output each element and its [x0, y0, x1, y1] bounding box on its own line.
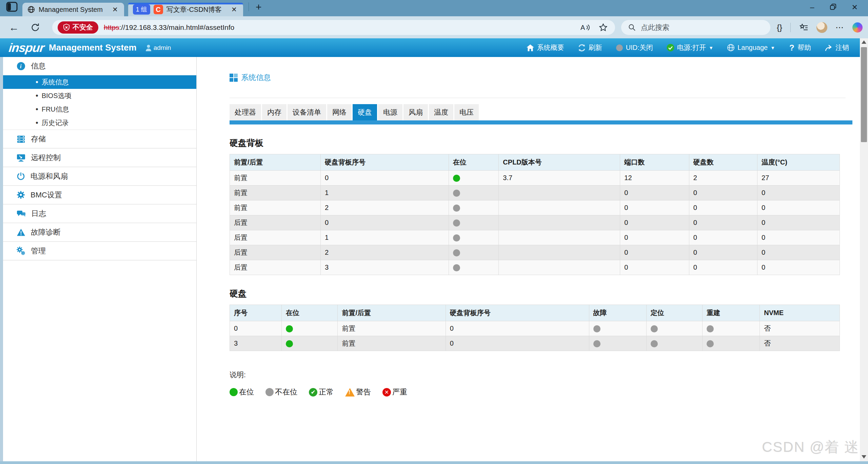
table-cell: [449, 186, 499, 200]
sidebar-item-bmc-settings[interactable]: BMC设置: [3, 186, 196, 204]
table-cell: [703, 321, 760, 336]
table-row: 后置2000: [230, 245, 840, 260]
sidebar-item-info[interactable]: i信息: [3, 57, 196, 75]
tab-voltage[interactable]: 电压: [454, 104, 479, 120]
backplane-table: 前置/后置硬盘背板序号在位CPLD版本号端口数硬盘数温度(°C)前置03.712…: [230, 154, 840, 275]
tab-network[interactable]: 网络: [327, 104, 352, 120]
nav-label: 刷新: [589, 43, 602, 52]
url-text: https://192.168.3.33/main.html#/assetInf…: [104, 23, 234, 32]
sidebar-subitem-bios-options[interactable]: •BIOS选项: [3, 89, 196, 102]
nav-logout[interactable]: 注销: [825, 43, 849, 52]
table-cell: [281, 321, 338, 336]
globe-icon: [27, 5, 35, 14]
status-dot-green-icon: [286, 340, 293, 347]
nav-refresh[interactable]: 刷新: [578, 43, 602, 52]
tab-power[interactable]: 电源: [378, 104, 402, 120]
table-cell: 0: [321, 171, 449, 186]
sidebar-item-remote-control[interactable]: 远程控制: [3, 149, 196, 167]
tab-processor[interactable]: 处理器: [230, 104, 261, 120]
warning-icon: [17, 228, 25, 236]
table-cell: 2: [321, 200, 449, 215]
tab-actions-icon[interactable]: [6, 2, 18, 12]
inspur-logo: inspur: [8, 41, 45, 55]
browser-tab-management-system[interactable]: Management System ✕: [22, 3, 124, 16]
sidebar-subitem-fru-info[interactable]: •FRU信息: [3, 102, 196, 116]
browser-essentials-icon[interactable]: {}: [777, 23, 782, 32]
status-legend: 在位不在位✔正常警告✕严重: [230, 387, 846, 397]
settings-menu-icon[interactable]: ⋯: [835, 23, 844, 32]
tab-temperature[interactable]: 温度: [429, 104, 453, 120]
app-title: Management System: [49, 42, 137, 53]
sidebar-item-diagnostics[interactable]: 故障诊断: [3, 223, 196, 241]
legend-item-dot-gray: 不在位: [265, 387, 297, 397]
table-row: 0前置0否: [230, 321, 840, 336]
sidebar-item-logs[interactable]: 日志: [3, 205, 196, 223]
insecure-label: 不安全: [73, 23, 93, 32]
table-cell: [499, 215, 620, 230]
legend-dot-gray-icon: [265, 388, 274, 396]
table-cell: [589, 336, 646, 351]
power-icon: [17, 172, 25, 180]
back-button[interactable]: ←: [9, 22, 19, 33]
window-minimize-button[interactable]: –: [810, 3, 814, 12]
table-header-row: 前置/后置硬盘背板序号在位CPLD版本号端口数硬盘数温度(°C): [230, 154, 840, 171]
table-cell: [646, 321, 703, 336]
sidebar-item-management[interactable]: 管理: [3, 242, 196, 260]
nav-language[interactable]: Language▼: [727, 44, 775, 52]
table-cell: 前置: [230, 171, 321, 186]
column-header: 前置/后置: [338, 305, 446, 321]
tab-group-badge[interactable]: 1 组: [133, 4, 150, 15]
column-header: 端口数: [620, 154, 689, 171]
nav-label: UID:关闭: [626, 43, 653, 52]
column-header: NVME: [760, 305, 840, 321]
sidebar-item-storage[interactable]: 存储: [3, 130, 196, 148]
address-bar[interactable]: 不安全 https://192.168.3.33/main.html#/asse…: [52, 20, 615, 35]
column-header: 硬盘数: [689, 154, 757, 171]
insecure-badge[interactable]: 不安全: [58, 21, 98, 34]
gear-icon: [17, 191, 25, 199]
nav-help[interactable]: ?帮助: [789, 43, 811, 52]
tab-hdd[interactable]: 硬盘: [353, 104, 377, 120]
table-cell: 前置: [230, 186, 321, 200]
copilot-icon[interactable]: [852, 22, 863, 33]
search-box[interactable]: 点此搜索: [621, 20, 770, 35]
tab-close-icon[interactable]: ✕: [111, 5, 119, 14]
nav-system-overview[interactable]: 系统概要: [526, 43, 564, 52]
scrollbar-down-arrow[interactable]: [862, 455, 866, 459]
chevron-down-icon: ▼: [709, 45, 713, 51]
chevron-down-icon: ▼: [770, 45, 775, 51]
table-cell: 否: [760, 321, 840, 336]
scrollbar-thumb[interactable]: [861, 47, 867, 142]
sidebar-item-power-fan[interactable]: 电源和风扇: [3, 167, 196, 186]
disk-table: 序号在位前置/后置硬盘背板序号故障定位重建NVME0前置0否3前置0否: [230, 305, 840, 351]
table-cell: [499, 200, 620, 215]
tab-memory[interactable]: 内存: [262, 104, 287, 120]
tab-title: Management System: [39, 6, 103, 14]
new-tab-button[interactable]: +: [252, 1, 265, 13]
browser-tab-csdn[interactable]: 1 组 C 写文章-CSDN博客 ✕: [128, 3, 243, 16]
nav-uid[interactable]: UID:关闭: [616, 43, 653, 52]
profile-avatar[interactable]: [816, 22, 827, 33]
sidebar-subitem-history[interactable]: •历史记录: [3, 116, 196, 130]
legend-item-label: 严重: [392, 387, 407, 397]
scrollbar-up-arrow[interactable]: [862, 40, 866, 44]
table-row: 后置1000: [230, 230, 840, 245]
nav-power[interactable]: 电源:打开▼: [667, 43, 713, 52]
sidebar-menu: i信息•系统信息•BIOS选项•FRU信息•历史记录存储远程控制电源和风扇BMC…: [3, 57, 197, 461]
window-close-button[interactable]: ✕: [852, 3, 858, 12]
tab-fan[interactable]: 风扇: [403, 104, 428, 120]
tab-close-icon[interactable]: ✕: [230, 5, 238, 14]
read-aloud-icon[interactable]: A: [580, 23, 590, 32]
collections-icon[interactable]: [799, 23, 808, 32]
sidebar-subitem-system-info[interactable]: •系统信息: [3, 75, 196, 89]
reload-button[interactable]: [31, 23, 40, 32]
table-cell: 后置: [230, 260, 321, 275]
tab-device-list[interactable]: 设备清单: [288, 104, 326, 120]
column-header: 定位: [646, 305, 703, 321]
status-dot-gray-icon: [707, 340, 714, 347]
window-restore-button[interactable]: [829, 3, 837, 12]
page-scrollbar[interactable]: [860, 38, 868, 461]
dot-gray-icon: [616, 44, 623, 52]
sidebar-subitem-label: BIOS选项: [42, 91, 72, 100]
favorite-star-icon[interactable]: [599, 23, 608, 32]
